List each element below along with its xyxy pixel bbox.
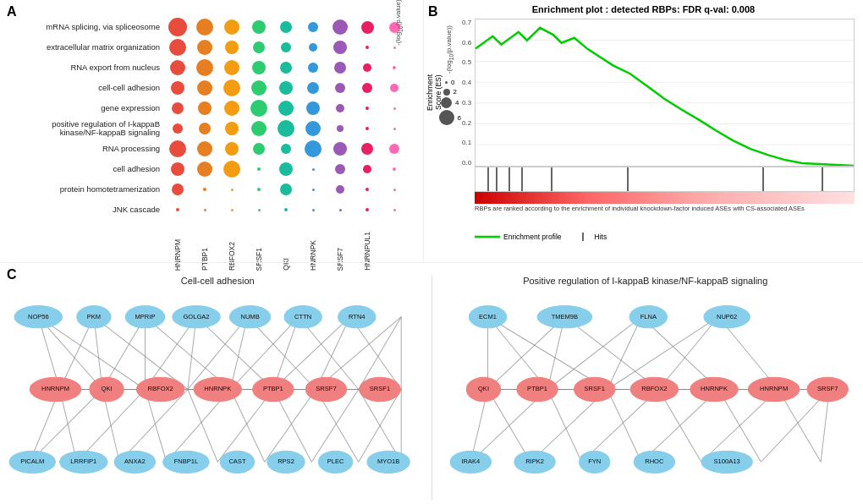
svg-line-135 — [607, 389, 640, 462]
dot-cell — [192, 98, 217, 118]
dot — [312, 209, 315, 211]
row-label: gene expression — [8, 104, 165, 112]
dot-cell — [219, 139, 245, 159]
rbp-description: RBPs are ranked according to the enrichm… — [475, 205, 855, 213]
dot-cell — [219, 58, 245, 78]
svg-text:MYO1B: MYO1B — [377, 457, 399, 465]
dot-cell — [165, 179, 190, 200]
dot-cells — [165, 200, 407, 220]
dot — [197, 162, 212, 177]
dot-cell — [192, 78, 217, 98]
svg-text:QKI: QKI — [102, 385, 113, 392]
svg-line-121 — [487, 317, 564, 390]
dot — [231, 189, 234, 191]
dot-cell — [300, 37, 326, 58]
svg-text:S100A13: S100A13 — [713, 457, 739, 465]
svg-text:RPS2: RPS2 — [278, 457, 294, 465]
network-2-svg: ECM1 TMEM9B FLNA NUP62 QKI PTBP1 — [437, 290, 855, 493]
svg-text:NUP62: NUP62 — [716, 313, 736, 320]
dot — [169, 39, 186, 56]
svg-text:CTTN: CTTN — [294, 313, 311, 320]
dot-cell — [300, 78, 326, 98]
y-ticks: 0.7 0.6 0.5 0.4 0.3 0.2 0.1 0.0 — [462, 19, 471, 167]
gradient-svg — [475, 192, 855, 204]
dot-cell — [300, 159, 326, 179]
dot — [333, 19, 348, 35]
dot-cell — [273, 139, 299, 159]
dot — [312, 168, 315, 171]
dot-cell — [327, 98, 353, 118]
dot-cell — [300, 200, 326, 220]
svg-text:HNRNPK: HNRNPK — [204, 385, 231, 392]
dot — [393, 47, 396, 49]
dot-cell — [273, 58, 299, 78]
svg-text:FLNA: FLNA — [640, 313, 657, 320]
row-label: JNK cascade — [8, 205, 165, 214]
svg-text:FNBP1L: FNBP1L — [174, 457, 199, 465]
dot-row: mRNA splicing, via spliceosome — [8, 17, 419, 37]
dot-cells — [165, 118, 407, 139]
svg-text:NUMB: NUMB — [240, 313, 259, 320]
dot — [252, 20, 266, 34]
dot-cell — [273, 37, 299, 58]
dot — [204, 209, 206, 211]
enrichment-title: Enrichment plot : detected RBPs: FDR q-v… — [424, 4, 863, 14]
dot — [335, 83, 345, 93]
dot-cell — [192, 159, 217, 179]
dot — [223, 161, 240, 178]
row-label: protein homotetramerization — [8, 185, 165, 194]
svg-text:FYN: FYN — [588, 457, 601, 465]
dot-cell — [192, 139, 217, 159]
dot — [252, 61, 266, 74]
dot-cell — [219, 17, 245, 37]
pink-nodes-2: QKI PTBP1 SRSF1 RBFOX2 HNRNPK HNRNPM SRS… — [466, 377, 848, 401]
dot — [279, 81, 293, 95]
dot — [251, 121, 267, 136]
dot-cell — [165, 118, 190, 139]
dot-cell — [246, 17, 272, 37]
dot-cell — [355, 200, 380, 220]
dot — [366, 46, 369, 49]
svg-text:QKI: QKI — [477, 385, 488, 392]
dot — [308, 22, 318, 32]
dot-cell — [382, 118, 407, 139]
dot-cell — [165, 200, 190, 220]
dot — [278, 101, 294, 116]
dot-cell — [219, 159, 245, 179]
dot-cells — [165, 98, 407, 118]
dot-cell — [300, 179, 326, 200]
dot — [363, 165, 371, 173]
network-container: Cell-cell adhesion — [8, 267, 855, 500]
svg-line-35 — [273, 317, 350, 390]
dot — [366, 188, 369, 191]
dot-cell — [192, 58, 217, 78]
dot — [333, 142, 347, 156]
main-container: A mRNA splicing, via spliceosomeextracel… — [0, 0, 863, 504]
panel-c: C Cell-cell adhesion — [0, 262, 863, 504]
dot-cell — [192, 17, 217, 37]
dot — [169, 140, 186, 157]
dot — [168, 18, 187, 36]
dot — [366, 208, 369, 211]
network-divider — [432, 276, 432, 500]
dot — [253, 143, 265, 155]
dot — [223, 79, 240, 96]
svg-text:RTN4: RTN4 — [349, 313, 366, 320]
dot-cell — [300, 139, 326, 159]
dot — [172, 102, 184, 114]
dot — [308, 63, 318, 73]
dot-cell — [327, 200, 353, 220]
dot — [336, 185, 344, 194]
dot-row: cell-cell adhesion — [8, 78, 419, 98]
svg-rect-14 — [475, 192, 855, 204]
svg-text:PICALM: PICALM — [20, 457, 44, 465]
dot-cell — [273, 159, 299, 179]
dot — [197, 80, 212, 96]
bottom-blue-nodes: PICALM LRRFIP1 ANXA2 FNBP1L CAST RPS2 PL… — [9, 451, 410, 473]
dot — [305, 140, 322, 157]
dot-cell — [165, 159, 190, 179]
dot — [306, 101, 320, 115]
dot-cell — [355, 78, 380, 98]
hits-line-icon — [574, 233, 591, 241]
dot — [224, 19, 239, 35]
